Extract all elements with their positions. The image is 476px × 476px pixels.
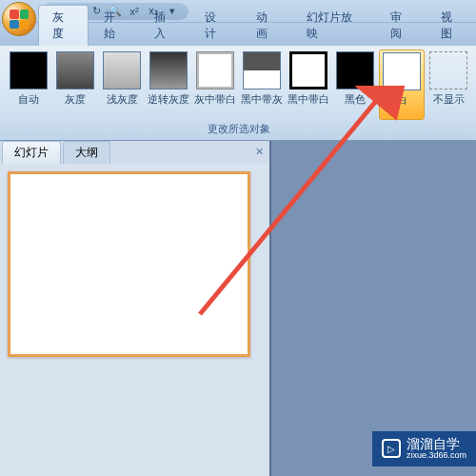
tab-review[interactable]: 审阅 (377, 6, 426, 46)
swatch-black-icon (336, 51, 374, 89)
watermark-sub: zixue.3d66.com (407, 451, 466, 461)
panel-tab-slides[interactable]: 幻灯片 (2, 141, 61, 164)
panel-close-icon[interactable]: ✕ (255, 146, 264, 158)
tab-slideshow[interactable]: 幻灯片放映 (293, 6, 375, 46)
preset-gray[interactable]: 灰度 (52, 50, 98, 120)
preset-invert-label: 逆转灰度 (148, 92, 189, 107)
preset-invert[interactable]: 逆转灰度 (146, 50, 191, 120)
preset-lightgray[interactable]: 浅灰度 (99, 50, 145, 120)
slide-editor[interactable] (271, 141, 476, 476)
thumbnail-area (0, 164, 269, 476)
swatch-blackwhite-icon (289, 51, 327, 89)
preset-none-label: 不显示 (433, 92, 465, 107)
swatch-lightgray-icon (103, 51, 141, 89)
preset-blackwhite[interactable]: 黑中带白 (286, 50, 331, 120)
swatch-gray-icon (56, 51, 94, 89)
preset-blackgray-label: 黑中带灰 (241, 92, 283, 107)
ribbon-tabs: 灰度 开始 插入 设计 动画 幻灯片放映 审阅 视图 (0, 23, 476, 46)
preset-black-label: 黑色 (345, 92, 366, 107)
panel-tabs: 幻灯片 大纲 ✕ (0, 141, 269, 164)
swatch-blackgray-icon (243, 51, 281, 89)
preset-blackgray[interactable]: 黑中带灰 (239, 50, 285, 120)
tab-insert[interactable]: 插入 (141, 6, 189, 46)
tab-grayscale[interactable]: 灰度 (38, 5, 89, 46)
swatch-graywhite-icon (196, 51, 234, 89)
preset-white[interactable]: 白 (379, 50, 425, 120)
swatch-white-icon (383, 52, 421, 90)
preset-graywhite[interactable]: 灰中带白 (192, 50, 238, 120)
ribbon-group-presets: 自动 灰度 浅灰度 逆转灰度 灰中带白 黑中带灰 (0, 46, 476, 140)
slides-panel: 幻灯片 大纲 ✕ (0, 141, 271, 476)
content-area: 幻灯片 大纲 ✕ (0, 141, 476, 476)
preset-none[interactable]: 不显示 (426, 50, 471, 120)
preset-auto-label: 自动 (18, 92, 39, 107)
slide-thumbnail-1[interactable] (8, 171, 250, 357)
tab-home[interactable]: 开始 (90, 6, 139, 46)
tab-view[interactable]: 视图 (427, 6, 476, 46)
swatch-none-icon (429, 51, 467, 89)
ribbon: 自动 灰度 浅灰度 逆转灰度 灰中带白 黑中带灰 (0, 46, 476, 141)
tab-animation[interactable]: 动画 (243, 6, 291, 46)
preset-blackwhite-label: 黑中带白 (288, 92, 329, 107)
swatch-auto-icon (10, 51, 48, 89)
watermark-title: 溜溜自学 (407, 437, 466, 451)
preset-lightgray-label: 浅灰度 (107, 92, 138, 107)
preset-white-label: 白 (397, 93, 407, 108)
watermark: ▷ 溜溜自学 zixue.3d66.com (372, 431, 476, 466)
preset-auto[interactable]: 自动 (6, 50, 51, 120)
play-icon: ▷ (382, 439, 401, 458)
swatch-invert-icon (149, 51, 188, 89)
ribbon-group-label: 更改所选对象 (6, 120, 471, 138)
panel-tab-outline[interactable]: 大纲 (63, 141, 110, 164)
office-button[interactable] (2, 2, 36, 36)
preset-graywhite-label: 灰中带白 (194, 92, 236, 107)
preset-gray-label: 灰度 (65, 92, 86, 107)
preset-black[interactable]: 黑色 (332, 50, 378, 120)
tab-design[interactable]: 设计 (191, 6, 240, 46)
